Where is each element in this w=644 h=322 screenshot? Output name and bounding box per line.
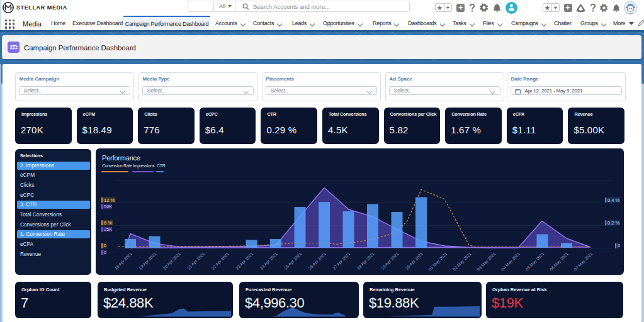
svg-text:27 Apr 2021: 27 Apr 2021: [332, 252, 351, 271]
svg-text:01 May 2021: 01 May 2021: [427, 252, 448, 272]
svg-text:0.4 %: 0.4 %: [607, 197, 620, 203]
svg-text:0: 0: [104, 250, 106, 255]
svg-text:03 May 2021: 03 May 2021: [476, 252, 497, 272]
svg-text:19 Apr 2021: 19 Apr 2021: [138, 252, 157, 271]
svg-text:07 May 2021: 07 May 2021: [573, 252, 594, 272]
svg-text:28 Apr 2021: 28 Apr 2021: [356, 252, 376, 271]
svg-text:50K: 50K: [104, 204, 112, 209]
svg-text:04 May 2021: 04 May 2021: [500, 252, 521, 272]
svg-text:6 %: 6 %: [104, 220, 112, 226]
svg-text:06 May 2021: 06 May 2021: [549, 252, 570, 272]
svg-text:23 Apr 2021: 23 Apr 2021: [235, 252, 254, 271]
svg-text:0: 0: [104, 243, 106, 248]
svg-text:22 Apr 2021: 22 Apr 2021: [211, 252, 230, 271]
svg-text:26 Apr 2021: 26 Apr 2021: [308, 252, 327, 271]
svg-text:20 Apr 2021: 20 Apr 2021: [162, 252, 182, 271]
svg-text:18 Apr 2021: 18 Apr 2021: [114, 252, 133, 271]
svg-text:0.2 %: 0.2 %: [607, 220, 620, 226]
svg-text:25K: 25K: [104, 226, 112, 232]
svg-text:12 %: 12 %: [104, 197, 115, 203]
svg-text:25 Apr 2021: 25 Apr 2021: [283, 252, 303, 271]
svg-text:24 Apr 2021: 24 Apr 2021: [259, 252, 279, 271]
svg-text:0: 0: [618, 243, 620, 248]
svg-text:02 May 2021: 02 May 2021: [452, 252, 473, 272]
svg-text:05 May 2021: 05 May 2021: [524, 252, 545, 272]
svg-text:30 Apr 2021: 30 Apr 2021: [405, 252, 424, 271]
svg-text:29 Apr 2021: 29 Apr 2021: [380, 252, 400, 271]
svg-text:21 Apr 2021: 21 Apr 2021: [186, 252, 206, 271]
